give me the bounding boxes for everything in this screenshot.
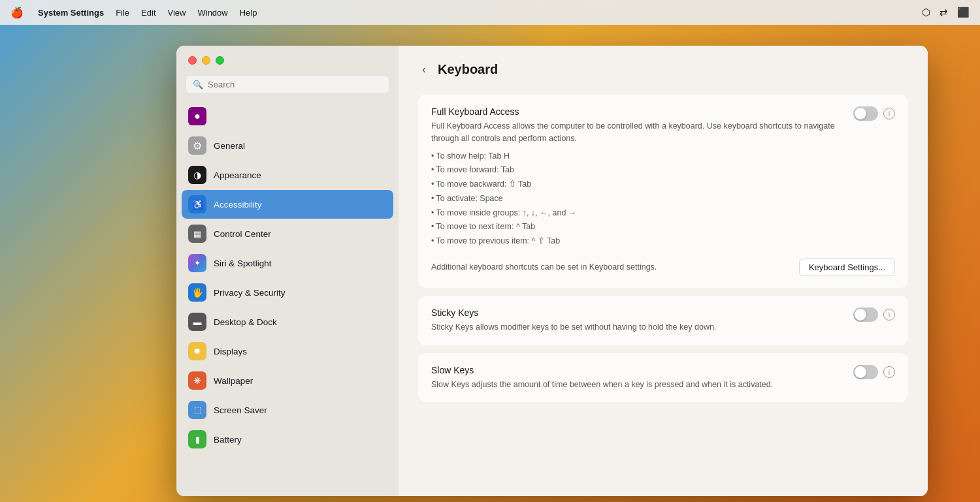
sidebar-item-top[interactable]: ●	[182, 102, 393, 131]
sidebar-icon-accessibility: ♿	[188, 195, 206, 213]
sidebar-label-accessibility: Accessibility	[214, 200, 262, 210]
sticky-keys-content: Sticky Keys Sticky Keys allows modifier …	[431, 307, 843, 334]
shortcut-item: • To move to next item: ^ Tab	[431, 221, 843, 233]
menubar-icon-3[interactable]: ⬛	[957, 7, 970, 18]
sticky-keys-toggle-row: i	[853, 307, 895, 322]
sidebar-item-screensaver[interactable]: ⬚ Screen Saver	[182, 396, 393, 424]
search-icon: 🔍	[193, 80, 203, 89]
sidebar-label-screensaver: Screen Saver	[214, 405, 267, 415]
sidebar-icon-general: ⚙	[188, 136, 206, 155]
shortcut-item: • To activate: Space	[431, 193, 843, 205]
full-keyboard-access-title: Full Keyboard Access	[431, 106, 843, 117]
full-keyboard-access-content: Full Keyboard Access Full Keyboard Acces…	[431, 106, 843, 249]
sidebar-icon-wallpaper: ❋	[188, 371, 206, 390]
main-content: ‹ Keyboard Full Keyboard Access Full Key…	[399, 46, 928, 496]
menu-view[interactable]: View	[168, 8, 186, 18]
sidebar-label-desktop: Desktop & Dock	[214, 317, 277, 327]
shortcut-item: • To show help: Tab H	[431, 150, 843, 163]
toggle-knob	[855, 309, 866, 321]
shortcut-item: • To move to previous item: ^ ⇧ Tab	[431, 235, 843, 247]
sidebar-label-displays: Displays	[214, 347, 247, 356]
main-window: 🔍 ● ⚙ General ◑ Appearance ♿ Accessibili…	[176, 46, 928, 496]
sidebar-item-battery[interactable]: ▮ Battery	[182, 425, 393, 454]
sidebar-item-displays[interactable]: ✸ Displays	[182, 337, 393, 366]
sidebar: 🔍 ● ⚙ General ◑ Appearance ♿ Accessibili…	[176, 46, 399, 496]
sidebar-item-siri[interactable]: ✦ Siri & Spotlight	[182, 249, 393, 277]
sidebar-list: ● ⚙ General ◑ Appearance ♿ Accessibility…	[176, 102, 399, 496]
sticky-keys-toggle[interactable]	[853, 307, 878, 322]
sidebar-label-battery: Battery	[214, 435, 242, 445]
slow-keys-row: Slow Keys Slow Keys adjusts the amount o…	[431, 365, 895, 391]
shortcut-item: • To move backward: ⇧ Tab	[431, 178, 843, 191]
sticky-keys-card: Sticky Keys Sticky Keys allows modifier …	[418, 296, 908, 345]
menubar: 🍎 System Settings File Edit View Window …	[0, 0, 980, 25]
minimize-button[interactable]	[202, 56, 210, 65]
sticky-keys-description: Sticky Keys allows modifier keys to be s…	[431, 321, 843, 334]
sidebar-icon-battery: ▮	[188, 430, 206, 448]
sidebar-label-privacy: Privacy & Security	[214, 288, 286, 298]
sticky-keys-info[interactable]: i	[883, 309, 895, 321]
page-header: ‹ Keyboard	[418, 61, 908, 78]
full-keyboard-toggle-row: i	[853, 106, 895, 121]
full-keyboard-access-controls: i	[853, 106, 895, 121]
sidebar-item-desktop[interactable]: ▬ Desktop & Dock	[182, 307, 393, 336]
menu-help[interactable]: Help	[240, 8, 257, 18]
sidebar-label-control-center: Control Center	[214, 229, 271, 239]
sidebar-item-wallpaper[interactable]: ❋ Wallpaper	[182, 366, 393, 395]
sidebar-icon-control: ▦	[188, 225, 206, 243]
close-button[interactable]	[188, 56, 197, 65]
apple-menu-icon[interactable]: 🍎	[10, 7, 24, 19]
sidebar-item-control-center[interactable]: ▦ Control Center	[182, 219, 393, 248]
sidebar-icon-screensaver: ⬚	[188, 401, 206, 419]
sidebar-item-privacy[interactable]: 🖐 Privacy & Security	[182, 278, 393, 307]
sidebar-item-accessibility[interactable]: ♿ Accessibility	[182, 190, 393, 219]
sidebar-icon-siri: ✦	[188, 254, 206, 272]
toggle-knob	[855, 366, 866, 378]
keyboard-settings-button[interactable]: Keyboard Settings...	[799, 259, 895, 276]
traffic-lights	[176, 46, 399, 72]
sidebar-icon-privacy: 🖐	[188, 283, 206, 302]
sticky-keys-row: Sticky Keys Sticky Keys allows modifier …	[431, 307, 895, 334]
full-keyboard-access-toggle[interactable]	[853, 106, 878, 121]
slow-keys-toggle-row: i	[853, 365, 895, 379]
slow-keys-description: Slow Keys adjusts the amount of time bet…	[431, 379, 843, 391]
sticky-keys-controls: i	[853, 307, 895, 322]
full-keyboard-access-description: Full Keyboard Access allows the computer…	[431, 120, 843, 247]
menubar-icon-2[interactable]: ⇄	[939, 7, 948, 18]
keyboard-shortcuts-list: • To show help: Tab H • To move forward:…	[431, 150, 843, 247]
shortcut-footer: Additional keyboard shortcuts can be set…	[431, 259, 895, 276]
slow-keys-toggle[interactable]	[853, 365, 878, 379]
sidebar-item-appearance[interactable]: ◑ Appearance	[182, 161, 393, 189]
page-title: Keyboard	[438, 62, 498, 77]
slow-keys-title: Slow Keys	[431, 365, 843, 375]
full-keyboard-access-card: Full Keyboard Access Full Keyboard Acces…	[418, 95, 908, 288]
sidebar-icon-appearance: ◑	[188, 166, 206, 184]
search-input[interactable]	[208, 80, 382, 89]
menu-file[interactable]: File	[116, 8, 129, 18]
search-box[interactable]: 🔍	[186, 75, 389, 94]
full-keyboard-access-row: Full Keyboard Access Full Keyboard Acces…	[431, 106, 895, 249]
menu-window[interactable]: Window	[197, 8, 227, 18]
shortcut-item: • To move forward: Tab	[431, 164, 843, 176]
menubar-icon-1[interactable]: ⬡	[922, 7, 930, 18]
sidebar-icon-top: ●	[188, 107, 206, 125]
sidebar-icon-desktop: ▬	[188, 313, 206, 331]
shortcut-item: • To move inside groups: ↑, ↓, ←, and →	[431, 207, 843, 219]
maximize-button[interactable]	[216, 56, 224, 65]
sidebar-label-appearance: Appearance	[214, 170, 261, 180]
back-button[interactable]: ‹	[418, 61, 430, 78]
slow-keys-info[interactable]: i	[883, 366, 895, 378]
sidebar-label-wallpaper: Wallpaper	[214, 376, 253, 386]
menu-edit[interactable]: Edit	[141, 8, 155, 18]
slow-keys-content: Slow Keys Slow Keys adjusts the amount o…	[431, 365, 843, 391]
sidebar-icon-displays: ✸	[188, 342, 206, 360]
sidebar-label-general: General	[214, 141, 245, 151]
sidebar-item-general[interactable]: ⚙ General	[182, 131, 393, 160]
sticky-keys-title: Sticky Keys	[431, 307, 843, 318]
shortcut-footer-text: Additional keyboard shortcuts can be set…	[431, 261, 799, 274]
app-name: System Settings	[38, 8, 104, 18]
sidebar-label-siri: Siri & Spotlight	[214, 259, 272, 268]
menubar-right-icons: ⬡ ⇄ ⬛	[922, 7, 970, 18]
full-keyboard-access-info[interactable]: i	[883, 108, 895, 119]
toggle-knob	[855, 108, 866, 119]
